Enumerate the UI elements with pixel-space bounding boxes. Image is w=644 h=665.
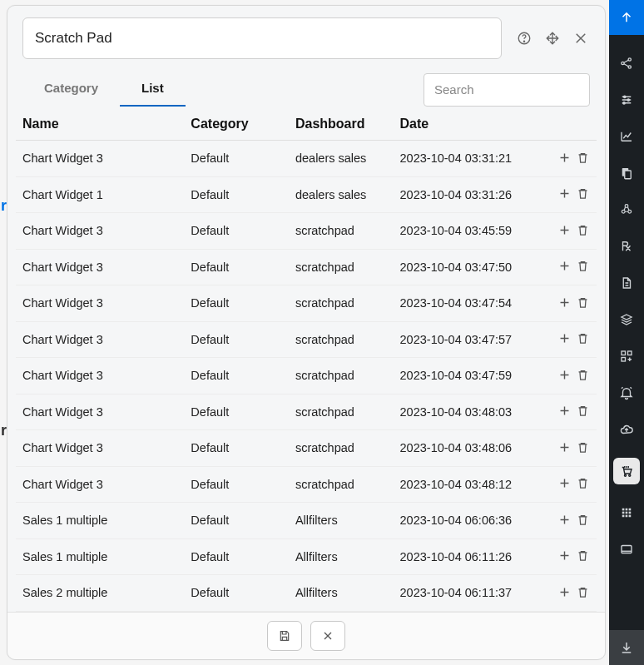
table-row[interactable]: Chart Widget 3Defaultdealers sales2023-1… [16,141,597,177]
cell-category: Default [184,176,289,213]
add-icon[interactable] [557,476,572,491]
delete-icon[interactable] [575,584,590,599]
svg-rect-19 [626,509,628,511]
table-row[interactable]: Chart Widget 3Defaultscratchpad2023-10-0… [16,466,597,503]
cell-date: 2023-10-04 03:31:26 [394,176,550,213]
cell-dashboard: scratchpad [289,213,394,250]
left-edge-text: r [1,197,7,215]
apps-icon[interactable] [618,504,635,521]
table-row[interactable]: Chart Widget 3Defaultscratchpad2023-10-0… [16,358,597,395]
cart-icon[interactable] [613,458,640,484]
cell-name: Chart Widget 3 [16,213,184,250]
collapse-sidebar-button[interactable] [609,0,644,35]
add-icon[interactable] [557,186,572,201]
col-category[interactable]: Category [184,107,289,141]
col-name[interactable]: Name [16,107,184,141]
add-icon[interactable] [557,404,572,419]
share-icon[interactable] [618,55,635,72]
layers-icon[interactable] [618,311,635,328]
rx-icon[interactable] [618,238,635,255]
svg-rect-24 [622,515,625,518]
move-icon[interactable] [543,29,562,47]
add-icon[interactable] [557,331,572,346]
document-icon[interactable] [618,275,635,291]
table-row[interactable]: Chart Widget 3Defaultscratchpad2023-10-0… [16,394,597,430]
svg-rect-26 [629,515,632,518]
delete-icon[interactable] [575,404,590,419]
grid-icon[interactable] [618,348,635,365]
cell-name: Chart Widget 1 [16,176,184,213]
cell-name: Chart Widget 3 [16,466,184,503]
cube-icon[interactable] [618,201,635,218]
table-row[interactable]: Chart Widget 3Defaultscratchpad2023-10-0… [16,321,597,358]
add-icon[interactable] [557,584,572,599]
cancel-button[interactable] [310,621,345,651]
search-input[interactable] [424,73,590,107]
svg-rect-18 [622,509,625,511]
svg-rect-25 [626,515,628,518]
panel-icon[interactable] [618,541,635,558]
tab-category[interactable]: Category [22,72,120,107]
add-icon[interactable] [557,222,572,237]
svg-rect-13 [622,351,626,355]
add-icon[interactable] [557,512,572,527]
table-row[interactable]: Chart Widget 3Defaultscratchpad2023-10-0… [16,285,597,322]
delete-icon[interactable] [575,476,590,491]
table-row[interactable]: Sales 1 multipleDefaultAllfilters2023-10… [16,538,597,575]
delete-icon[interactable] [575,367,590,382]
cell-name: Chart Widget 3 [16,394,184,430]
cell-category: Default [184,503,289,539]
delete-icon[interactable] [575,259,590,274]
cell-date: 2023-10-04 03:48:12 [394,466,550,503]
cell-name: Chart Widget 3 [16,321,184,358]
save-button[interactable] [267,621,302,651]
delete-icon[interactable] [575,295,590,310]
svg-point-4 [628,66,631,68]
table-row[interactable]: Sales 2 multipleDefaultAllfilters2023-10… [16,575,597,612]
widgets-table: Name Category Dashboard Date Chart Widge… [16,107,597,612]
cell-dashboard: scratchpad [289,285,394,322]
col-dashboard[interactable]: Dashboard [289,107,394,141]
table-row[interactable]: Chart Widget 3Defaultscratchpad2023-10-0… [16,249,597,285]
bell-icon[interactable] [618,385,635,401]
add-icon[interactable] [557,439,572,454]
copy-icon[interactable] [618,165,635,181]
chart-icon[interactable] [618,128,635,145]
cell-category: Default [184,575,289,612]
table-row[interactable]: Sales 1 multipleDefaultAllfilters2023-10… [16,503,597,539]
help-icon[interactable] [515,29,533,47]
add-icon[interactable] [557,548,572,563]
add-icon[interactable] [557,150,572,165]
table-row[interactable]: Chart Widget 3Defaultscratchpad2023-10-0… [16,213,597,250]
svg-rect-9 [625,171,632,179]
download-button[interactable] [609,630,644,665]
delete-icon[interactable] [575,548,590,563]
delete-icon[interactable] [575,439,590,454]
cell-date: 2023-10-04 03:48:03 [394,394,550,430]
sliders-icon[interactable] [618,92,635,108]
tab-list[interactable]: List [120,72,186,107]
cloud-icon[interactable] [618,421,635,438]
close-icon[interactable] [572,29,590,47]
delete-icon[interactable] [575,150,590,165]
title-input[interactable] [22,17,502,59]
table-row[interactable]: Chart Widget 3Defaultscratchpad2023-10-0… [16,430,597,467]
cell-dashboard: Allfilters [289,503,394,539]
cell-dashboard: dealers sales [289,176,394,213]
col-date[interactable]: Date [394,107,550,141]
delete-icon[interactable] [575,331,590,346]
add-icon[interactable] [557,367,572,382]
cell-dashboard: scratchpad [289,394,394,430]
cell-name: Chart Widget 3 [16,285,184,322]
add-icon[interactable] [557,259,572,274]
cell-date: 2023-10-04 03:47:59 [394,358,550,395]
delete-icon[interactable] [575,222,590,237]
cell-name: Chart Widget 3 [16,141,184,177]
add-icon[interactable] [557,295,572,310]
delete-icon[interactable] [575,512,590,527]
panel-footer [7,612,605,659]
table-row[interactable]: Chart Widget 1Defaultdealers sales2023-1… [16,176,597,213]
delete-icon[interactable] [575,186,590,201]
cell-date: 2023-10-04 03:48:06 [394,430,550,467]
cell-category: Default [184,466,289,503]
